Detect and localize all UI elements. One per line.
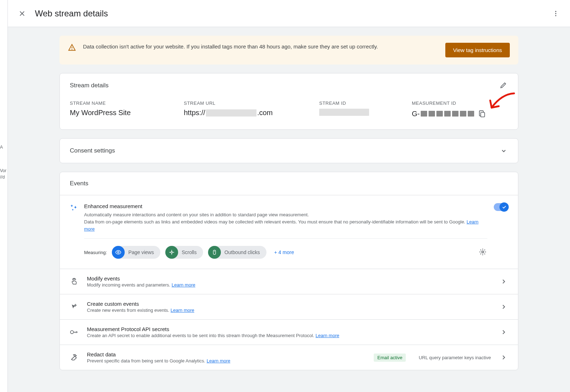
enhanced-measurement-title: Enhanced measurement bbox=[84, 203, 487, 209]
row-subtitle: Create an API secret to enable additiona… bbox=[87, 333, 491, 338]
status-text: URL query parameter keys inactive bbox=[419, 355, 491, 360]
svg-point-4 bbox=[72, 49, 72, 50]
learn-more-link[interactable]: Learn more bbox=[207, 358, 230, 363]
eraser-icon bbox=[70, 354, 78, 361]
enhanced-measurement-description: Data from on-page elements such as links… bbox=[84, 218, 487, 233]
redact-data-row[interactable]: Redact data Prevent specific data from b… bbox=[60, 345, 518, 370]
svg-point-10 bbox=[71, 331, 74, 334]
card-title: Events bbox=[70, 180, 88, 187]
measuring-chip-scrolls: Scrolls bbox=[165, 246, 203, 259]
chevron-down-icon[interactable] bbox=[499, 146, 508, 155]
row-subtitle: Create new events from existing events. … bbox=[87, 308, 491, 313]
learn-more-link[interactable]: Learn more bbox=[316, 333, 339, 338]
banner-text: Data collection isn't active for your we… bbox=[83, 43, 438, 51]
stream-url-label: STREAM URL bbox=[184, 100, 312, 106]
redacted-text bbox=[319, 109, 369, 116]
eye-icon bbox=[112, 246, 125, 259]
card-title: Stream details bbox=[70, 82, 109, 89]
warning-icon bbox=[68, 43, 76, 51]
row-title: Redact data bbox=[87, 351, 365, 357]
learn-more-link[interactable]: Learn more bbox=[171, 308, 194, 313]
stream-id-label: STREAM ID bbox=[319, 100, 405, 106]
edit-icon[interactable] bbox=[499, 81, 508, 90]
row-subtitle: Modify incoming events and parameters. L… bbox=[87, 282, 491, 288]
chevron-right-icon bbox=[499, 328, 508, 336]
create-custom-events-row[interactable]: Create custom events Create new events f… bbox=[60, 294, 518, 319]
sparkle-icon bbox=[70, 204, 78, 212]
modify-events-row[interactable]: Modify events Modify incoming events and… bbox=[60, 269, 518, 294]
row-title: Modify events bbox=[87, 275, 491, 282]
svg-point-6 bbox=[118, 252, 119, 253]
learn-more-link[interactable]: Learn more bbox=[172, 282, 195, 288]
redacted-text bbox=[206, 109, 256, 117]
measurement-id-label: MEASUREMENT ID bbox=[412, 100, 508, 106]
events-card: Events Enhanced measurement Automaticall… bbox=[59, 172, 518, 370]
status-badge: Email active bbox=[374, 354, 406, 362]
chevron-right-icon bbox=[499, 277, 508, 286]
scroll-icon bbox=[165, 246, 178, 259]
stream-name-label: STREAM NAME bbox=[70, 100, 177, 106]
cursor-sparkle-icon bbox=[70, 303, 78, 311]
close-icon[interactable] bbox=[18, 9, 26, 18]
stream-name-value: My WordPress Site bbox=[70, 109, 177, 117]
svg-rect-7 bbox=[213, 250, 216, 254]
svg-rect-5 bbox=[481, 112, 485, 117]
svg-point-0 bbox=[555, 11, 556, 12]
row-subtitle: Prevent specific data from being sent to… bbox=[87, 358, 365, 363]
stream-id-value bbox=[319, 109, 405, 116]
enhanced-measurement-subtitle: Automatically measure interactions and c… bbox=[84, 211, 487, 218]
measurement-id-value: G- bbox=[412, 109, 508, 119]
api-secrets-row[interactable]: Measurement Protocol API secrets Create … bbox=[60, 319, 518, 345]
view-tag-instructions-button[interactable]: View tag instructions bbox=[445, 43, 510, 57]
measuring-label: Measuring: bbox=[84, 250, 107, 255]
measuring-chip-outbound: Outbound clicks bbox=[208, 246, 266, 259]
chevron-right-icon bbox=[499, 353, 508, 362]
panel-header: Web stream details bbox=[8, 0, 570, 27]
enhanced-measurement-toggle[interactable] bbox=[494, 203, 508, 211]
svg-point-9 bbox=[482, 251, 484, 253]
svg-point-2 bbox=[555, 15, 556, 16]
svg-point-1 bbox=[555, 13, 556, 14]
touch-icon bbox=[70, 278, 78, 285]
more-menu-icon[interactable] bbox=[551, 9, 560, 18]
row-title: Measurement Protocol API secrets bbox=[87, 326, 491, 332]
mouse-icon bbox=[208, 246, 221, 259]
stream-details-card: Stream details STREAM NAME My WordPress … bbox=[59, 73, 518, 130]
slide-over-panel: Web stream details Data collection isn't… bbox=[8, 0, 570, 392]
measuring-row: Measuring: Page views Scrolls bbox=[84, 238, 487, 261]
warning-banner: Data collection isn't active for your we… bbox=[59, 36, 518, 65]
copy-icon[interactable] bbox=[478, 109, 488, 119]
row-title: Create custom events bbox=[87, 301, 491, 307]
key-icon bbox=[70, 329, 78, 336]
obscured-background-panel: A Vor //d bbox=[0, 0, 8, 392]
card-title: Consent settings bbox=[70, 147, 115, 154]
gear-icon[interactable] bbox=[479, 248, 487, 257]
consent-settings-card[interactable]: Consent settings bbox=[59, 138, 518, 163]
stream-url-value: https://.com bbox=[184, 109, 312, 117]
more-chips-link[interactable]: + 4 more bbox=[274, 249, 294, 255]
page-title: Web stream details bbox=[35, 9, 108, 19]
measuring-chip-page-views: Page views bbox=[112, 246, 160, 259]
chevron-right-icon bbox=[499, 303, 508, 311]
enhanced-measurement-row: Enhanced measurement Automatically measu… bbox=[60, 195, 518, 269]
